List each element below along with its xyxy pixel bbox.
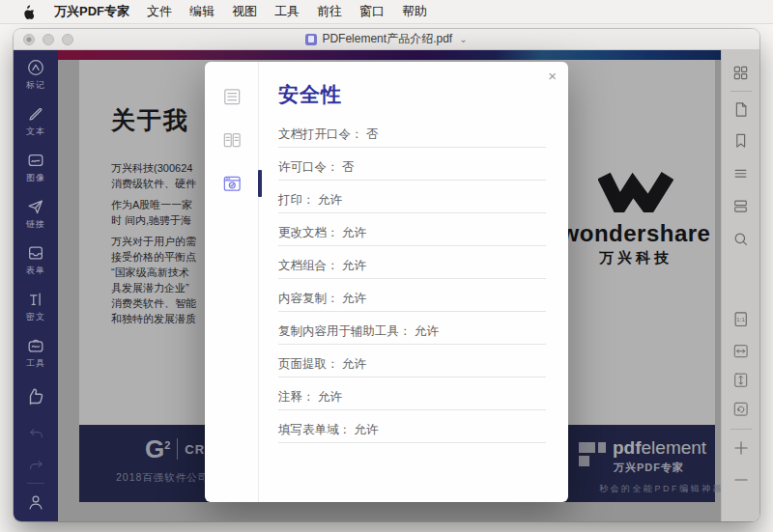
field-value: 允许	[342, 292, 366, 305]
field-underline	[278, 278, 546, 279]
field-value: 允许	[342, 226, 366, 239]
window-content: 标记文本图像链接表单密文工具 关于我 万兴科技(300624消费级软件、硬件作为…	[14, 50, 759, 521]
properties-tab-doc-properties[interactable]	[221, 86, 243, 107]
security-field: 许可口令： 否	[278, 159, 546, 192]
field-label: 页面提取：	[278, 357, 339, 371]
menu-item-8[interactable]: 帮助	[393, 3, 436, 20]
field-underline	[278, 344, 546, 345]
minimize-window-button[interactable]	[43, 34, 54, 45]
fonts-icon	[221, 129, 243, 151]
field-value: 允许	[342, 357, 366, 371]
app-window: PDFelement产品介绍.pdf ⌄ 标记文本图像链接表单密文工具 关于我 …	[14, 29, 759, 521]
security-field: 页面提取： 允许	[278, 356, 546, 389]
field-label: 注释：	[278, 390, 315, 404]
field-label: 内容复制：	[278, 292, 339, 305]
field-value: 允许	[415, 324, 439, 338]
document-icon	[305, 34, 317, 45]
window-titlebar[interactable]: PDFelement产品介绍.pdf ⌄	[14, 29, 759, 50]
field-value: 允许	[318, 193, 342, 207]
field-value: 允许	[342, 259, 366, 272]
menu-item-2[interactable]: 文件	[138, 3, 181, 20]
properties-nav-rail	[205, 62, 259, 502]
field-label: 许可口令：	[278, 160, 339, 174]
security-icon	[221, 173, 243, 194]
security-field: 文档打开口令： 否	[278, 126, 546, 159]
modal-title: 安全性	[278, 81, 546, 108]
properties-tab-security[interactable]	[221, 173, 243, 194]
security-properties-modal: × 安全性 文档打开口令： 否许可口令： 否打印： 允许更改文档： 允许文档组合…	[205, 62, 568, 502]
menu-item-5[interactable]: 工具	[266, 3, 308, 20]
menu-item-7[interactable]: 窗口	[351, 3, 393, 20]
menu-item-1[interactable]: 万兴PDF专家	[45, 3, 138, 20]
menu-item-3[interactable]: 编辑	[181, 3, 223, 20]
doc-properties-icon	[221, 86, 243, 107]
field-label: 打印：	[278, 193, 315, 207]
chevron-down-icon[interactable]: ⌄	[459, 34, 467, 44]
security-field: 复制内容用于辅助工具： 允许	[278, 323, 546, 356]
field-value: 否	[342, 160, 355, 174]
field-underline	[278, 442, 546, 443]
properties-tab-fonts[interactable]	[221, 129, 243, 151]
zoom-window-button[interactable]	[62, 34, 73, 45]
close-window-button[interactable]	[23, 34, 35, 45]
security-field: 文档组合： 允许	[278, 258, 546, 291]
field-underline	[278, 377, 546, 378]
security-field: 填写表单域： 允许	[278, 422, 546, 455]
close-icon[interactable]: ×	[548, 68, 557, 84]
security-field: 打印： 允许	[278, 192, 546, 225]
apple-icon	[21, 5, 34, 19]
field-underline	[278, 212, 546, 213]
window-title: PDFelement产品介绍.pdf	[322, 31, 452, 47]
field-label: 复制内容用于辅助工具：	[278, 324, 412, 338]
menu-item-4[interactable]: 视图	[223, 3, 266, 20]
security-field: 注释： 允许	[278, 389, 546, 422]
traffic-lights	[23, 34, 73, 45]
window-title-area: PDFelement产品介绍.pdf ⌄	[14, 29, 759, 49]
field-value: 否	[366, 127, 379, 141]
field-label: 文档打开口令：	[278, 127, 363, 141]
field-value: 允许	[318, 390, 342, 404]
field-label: 文档组合：	[278, 259, 339, 272]
macos-menu-bar: 万兴PDF专家文件编辑视图工具前往窗口帮助	[0, 0, 773, 24]
field-underline	[278, 180, 546, 181]
field-underline	[278, 409, 546, 410]
security-panel: 安全性 文档打开口令： 否许可口令： 否打印： 允许更改文档： 允许文档组合： …	[259, 62, 568, 502]
menu-item-6[interactable]: 前往	[308, 3, 351, 20]
field-value: 允许	[354, 423, 378, 436]
apple-menu[interactable]	[15, 5, 45, 19]
security-field: 内容复制： 允许	[278, 291, 546, 323]
field-underline	[278, 311, 546, 312]
field-underline	[278, 245, 546, 246]
field-underline	[278, 147, 546, 148]
security-field: 更改文档： 允许	[278, 225, 546, 258]
field-label: 填写表单域：	[278, 423, 351, 436]
field-label: 更改文档：	[278, 226, 339, 239]
